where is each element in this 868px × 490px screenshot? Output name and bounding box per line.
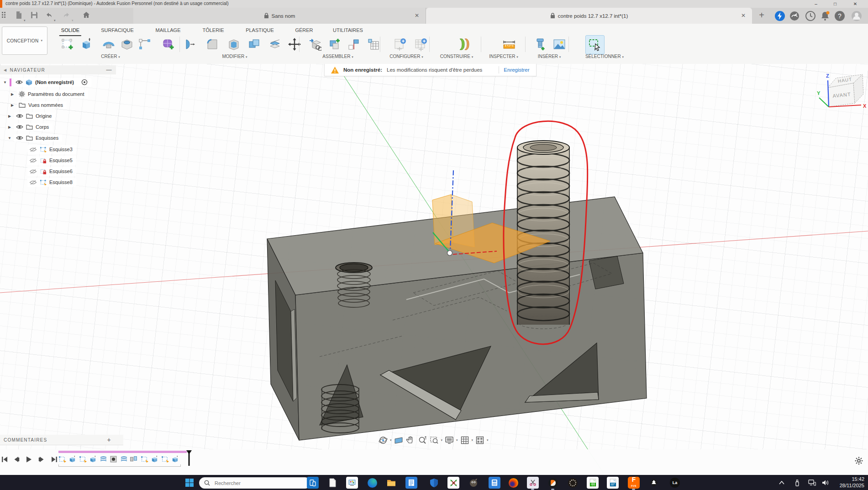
step-forward-button[interactable]	[38, 456, 46, 463]
orbit-menu-caret[interactable]: ▾	[390, 438, 392, 442]
tree-item-origin[interactable]: ▶ Origine	[7, 111, 55, 121]
chevron-right-icon[interactable]: ▶	[7, 114, 12, 118]
tree-item-bodies[interactable]: ▶ Corps	[7, 122, 53, 132]
phone-link-icon[interactable]	[307, 477, 319, 489]
collapse-panel-icon[interactable]: ◀	[4, 68, 7, 72]
settings-gear-icon[interactable]	[855, 457, 863, 465]
hole-icon[interactable]	[119, 37, 135, 52]
ribbon-tab-utilitaires[interactable]: UTILITAIRES	[331, 26, 365, 35]
chevron-down-icon[interactable]: ▼	[7, 136, 12, 140]
tree-item-label[interactable]: (Non enregistré)	[35, 79, 74, 85]
notepad-icon[interactable]	[326, 477, 338, 489]
undo-icon[interactable]	[45, 11, 54, 20]
tree-item-sketches[interactable]: ▼ Esquisses	[7, 133, 62, 143]
app-grid-icon[interactable]	[0, 11, 10, 20]
document-tab-contre-poids[interactable]: contre poids 12.7 x12.7 int*(1) ✕	[426, 8, 752, 24]
timeline-sketch-icon[interactable]	[58, 455, 67, 464]
measure-icon[interactable]	[501, 37, 517, 52]
offset-face-icon[interactable]	[267, 37, 283, 52]
tab-close-icon[interactable]: ✕	[414, 12, 420, 19]
tree-item-esquisse3[interactable]: Esquisse3	[27, 144, 76, 154]
combine-icon[interactable]	[247, 37, 262, 52]
notifications-bell-icon[interactable]	[820, 11, 831, 21]
eye-icon[interactable]	[16, 136, 23, 140]
document-tab-sans-nom[interactable]: Sans nom ✕	[133, 8, 426, 24]
timeline-sketch-icon[interactable]	[140, 455, 149, 464]
dotted-app-icon[interactable]	[567, 477, 579, 489]
extrude-icon[interactable]	[79, 37, 95, 52]
tree-item-label[interactable]: Esquisse6	[49, 169, 73, 174]
eye-off-icon[interactable]	[29, 169, 37, 174]
ribbon-tab-maillage[interactable]: MAILLAGE	[153, 26, 182, 35]
save-link[interactable]: Enregistrer	[504, 67, 529, 73]
eye-off-icon[interactable]	[29, 158, 37, 163]
group-label-inspecter[interactable]: INSPECTER ▾	[489, 54, 518, 59]
group-label-assembler[interactable]: ASSEMBLER ▾	[322, 54, 353, 59]
eye-off-icon[interactable]	[29, 147, 37, 152]
display-menu-caret[interactable]: ▾	[456, 438, 458, 442]
grid-display-icon[interactable]	[460, 435, 470, 445]
media-app-icon[interactable]	[547, 477, 559, 489]
group-label-modifier[interactable]: MODIFIER ▾	[222, 54, 247, 59]
ribbon-tab-gerer[interactable]: GÉRER	[293, 26, 315, 35]
tree-item-label[interactable]: Paramètres du document	[28, 91, 84, 97]
tree-item-label[interactable]: Corps	[36, 124, 49, 130]
add-comment-icon[interactable]: +	[107, 436, 111, 443]
photo-tool-icon[interactable]	[447, 477, 459, 489]
home-icon[interactable]	[82, 11, 91, 20]
file-explorer-icon[interactable]	[385, 477, 397, 489]
timeline-thread-icon[interactable]	[99, 455, 108, 464]
select-tool-button[interactable]	[585, 35, 605, 54]
tree-item-label[interactable]: Esquisse8	[49, 179, 73, 185]
libreoffice-calc-icon[interactable]	[587, 477, 599, 489]
navigator-header[interactable]: ◀ NAVIGATEUR —	[0, 65, 116, 74]
group-label-selectionner[interactable]: SÉLECTIONNER ▾	[585, 54, 624, 59]
file-menu-caret[interactable]: ▾	[24, 19, 26, 22]
performance-icon[interactable]	[789, 11, 800, 21]
viewports-icon[interactable]	[475, 435, 485, 445]
threaded-stud[interactable]	[517, 141, 569, 325]
chevron-right-icon[interactable]: ▶	[10, 92, 15, 96]
tree-item-esquisse5[interactable]: Esquisse5	[27, 155, 76, 165]
tree-item-root[interactable]: ▼ (Non enregistré)	[3, 77, 91, 87]
timeline-sketch-icon[interactable]	[79, 455, 87, 464]
tree-item-document-settings[interactable]: ▶ Paramètres du document	[10, 89, 88, 99]
chevron-right-icon[interactable]: ▶	[7, 125, 12, 129]
look-at-icon[interactable]	[394, 435, 404, 445]
display-settings-icon[interactable]	[444, 435, 454, 445]
tree-item-label[interactable]: Vues nommées	[28, 102, 63, 108]
fillet-icon[interactable]	[205, 37, 220, 52]
joint-icon[interactable]	[346, 37, 362, 52]
redo-menu-caret[interactable]: ▾	[72, 19, 74, 22]
eye-icon[interactable]	[16, 114, 23, 118]
hidden-icons-chevron[interactable]	[777, 478, 786, 487]
timeline-thread-icon[interactable]	[120, 455, 128, 464]
shell-icon[interactable]	[226, 37, 242, 52]
calculator-icon[interactable]	[489, 477, 500, 489]
account-avatar[interactable]	[851, 11, 862, 21]
firefox-icon[interactable]	[507, 477, 519, 489]
fusion-icon[interactable]: FFUS	[628, 477, 640, 489]
maximize-button[interactable]: □	[828, 0, 842, 8]
start-button[interactable]	[184, 477, 195, 489]
paint-icon[interactable]	[346, 477, 358, 489]
tab-close-icon[interactable]: ✕	[740, 12, 747, 19]
move-icon[interactable]	[287, 37, 302, 52]
add-tab-icon[interactable]: +	[756, 10, 767, 21]
group-label-configurer[interactable]: CONFIGURER ▾	[389, 54, 423, 59]
inkscape-icon[interactable]	[648, 477, 660, 489]
eye-off-icon[interactable]	[29, 180, 37, 185]
activate-target-icon[interactable]	[81, 79, 88, 85]
orbit-icon[interactable]	[378, 435, 388, 445]
chevron-right-icon[interactable]: ▶	[10, 103, 15, 107]
undo-menu-caret[interactable]: ▾	[54, 19, 56, 22]
job-status-clock-icon[interactable]	[805, 11, 816, 21]
pan-icon[interactable]	[405, 435, 416, 445]
ribbon-tab-plastique[interactable]: PLASTIQUE	[244, 26, 276, 35]
volume-icon[interactable]	[821, 478, 830, 487]
insert-canvas-icon[interactable]	[552, 37, 567, 52]
zoom-icon[interactable]	[417, 435, 427, 445]
search-input[interactable]	[214, 480, 289, 486]
timeline-position-marker[interactable]	[186, 450, 192, 466]
create-sketch-icon[interactable]	[60, 37, 75, 52]
